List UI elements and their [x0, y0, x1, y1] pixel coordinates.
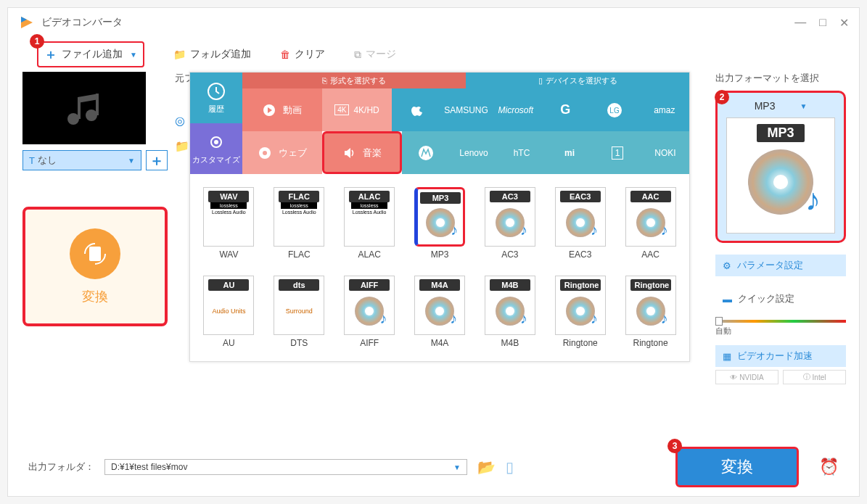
brand-microsoft[interactable]: Microsoft	[491, 88, 541, 131]
format-header-badge: ALAC	[349, 191, 390, 202]
add-file-button[interactable]: 1 ＋ ファイル追加 ▼	[37, 41, 144, 67]
convert-button-label: 変換	[721, 458, 753, 476]
history-tab[interactable]: 履歴	[190, 73, 242, 123]
brand-oneplus[interactable]: 1	[593, 131, 641, 174]
format-item-flac[interactable]: FLAClosslessLossless AudioFLAC	[269, 187, 329, 260]
schedule-button[interactable]: ⏰	[819, 458, 839, 476]
format-header-badge: WAV	[208, 191, 249, 202]
web-category[interactable]: ウェブ	[242, 131, 322, 174]
play-icon	[263, 104, 276, 117]
brand-htc[interactable]: hTC	[498, 131, 546, 174]
brand-lenovo[interactable]: Lenovo	[450, 131, 498, 174]
output-format-combo[interactable]: MP3 ▼	[723, 99, 838, 113]
camera-icon[interactable]: ◎	[175, 115, 185, 127]
quality-slider[interactable]: 自動	[715, 320, 846, 336]
format-item-ac3[interactable]: AC3♪AC3	[480, 187, 540, 260]
path-value: D:¥1¥test files¥mov	[111, 462, 451, 472]
brand-nokia[interactable]: NOKI	[641, 131, 689, 174]
output-folder-path[interactable]: D:¥1¥test files¥mov ▼	[104, 459, 467, 475]
svg-point-0	[67, 113, 79, 125]
parameter-settings-button[interactable]: ⚙ パラメータ設定	[715, 255, 846, 276]
format-item-eac3[interactable]: EAC3♪EAC3	[550, 187, 610, 260]
quick-settings-button[interactable]: ▬ クイック設定	[715, 288, 846, 310]
titlebar: ビデオコンバータ — □ ✕	[8, 8, 859, 37]
merge-button[interactable]: ⧉ マージ	[354, 48, 396, 61]
folder-icon[interactable]: 📁	[175, 140, 189, 152]
brand-apple[interactable]	[392, 88, 441, 131]
format-item-mp3[interactable]: MP3♪MP3	[410, 187, 470, 260]
chevron-down-icon: ▼	[128, 157, 135, 165]
music-placeholder-icon	[62, 86, 106, 130]
maximize-button[interactable]: □	[819, 16, 826, 30]
customize-tab[interactable]: カスタマイズ	[190, 123, 242, 174]
format-header-badge: MP3	[420, 192, 461, 204]
history-label: 履歴	[208, 104, 224, 115]
format-item-wav[interactable]: WAVlosslessLossless AudioWAV	[199, 187, 259, 260]
format-label: Ringtone	[633, 338, 668, 348]
format-label: Ringtone	[563, 338, 598, 348]
folder-plus-icon: 📁	[173, 49, 186, 60]
brand-lg[interactable]: LG	[590, 88, 639, 131]
chevron-down-icon[interactable]: ▼	[453, 463, 461, 471]
format-header-badge: AC3	[490, 191, 530, 202]
minimize-button[interactable]: —	[794, 16, 806, 30]
add-item-button[interactable]: ＋	[146, 150, 168, 170]
output-format-box[interactable]: 2 MP3 ▼ MP3 ♪	[715, 91, 846, 243]
add-folder-button[interactable]: 📁 フォルダ追加	[173, 48, 251, 61]
format-header-badge: M4B	[490, 279, 530, 291]
gear-icon	[207, 133, 226, 152]
device-header[interactable]: ▯デバイスを選択する	[466, 73, 689, 88]
format-item-aac[interactable]: AAC♪AAC	[620, 187, 681, 260]
brand-google[interactable]: G	[541, 88, 590, 131]
format-item-ringtone[interactable]: Ringtone♪Ringtone	[550, 276, 610, 348]
step-badge-1: 1	[30, 34, 44, 49]
open-folder-button[interactable]: 📂	[477, 458, 496, 476]
output-format-value: MP3	[755, 100, 776, 112]
format-header-badge: EAC3	[560, 191, 601, 202]
chrome-icon	[258, 146, 271, 160]
brand-xiaomi[interactable]: mi	[546, 131, 593, 174]
fourk-category[interactable]: 4K4K/HD	[322, 88, 392, 131]
note-icon: ♪	[520, 310, 527, 327]
convert-drop-zone[interactable]: 変換	[22, 207, 168, 326]
brand-samsung[interactable]: SAMSUNG	[441, 88, 490, 131]
format-item-aiff[interactable]: AIFF♪AIFF	[340, 276, 400, 348]
clear-button[interactable]: 🗑 クリア	[280, 48, 325, 61]
video-category[interactable]: 動画	[242, 88, 322, 131]
brand-motorola[interactable]	[402, 131, 450, 174]
svg-point-12	[263, 151, 267, 155]
format-item-dts[interactable]: dtsSurroundDTS	[269, 276, 329, 348]
gpu-accel-button[interactable]: ▦ ビデオカード加速	[715, 345, 846, 367]
toolbar: 1 ＋ ファイル追加 ▼ 📁 フォルダ追加 🗑 クリア ⧉ マージ	[8, 37, 859, 72]
format-label: EAC3	[569, 249, 591, 260]
format-item-m4b[interactable]: M4B♪M4B	[480, 276, 540, 348]
quick-icon: ▬	[723, 294, 732, 305]
fourk-icon: 4K	[334, 104, 349, 115]
disc-icon: ♪	[425, 297, 454, 326]
format-header-badge: AAC	[630, 191, 671, 202]
format-item-alac[interactable]: ALAClosslessLossless AudioALAC	[340, 187, 400, 260]
browse-button[interactable]: ▯	[506, 458, 514, 476]
format-picker: 履歴 カスタマイズ ⎘形式を選択する ▯デバイスを選択する	[189, 72, 690, 362]
close-button[interactable]: ✕	[839, 16, 849, 30]
format-label: AU	[223, 338, 235, 348]
chevron-down-icon[interactable]: ▼	[130, 51, 137, 59]
format-header-badge: AIFF	[349, 279, 390, 291]
svg-text:LG: LG	[610, 107, 620, 115]
format-item-au[interactable]: AUAudio UnitsAU	[199, 276, 259, 348]
step-badge-3: 3	[667, 439, 682, 453]
disc-icon: ♪	[636, 208, 665, 237]
brand-amazon[interactable]: amaz	[640, 88, 689, 131]
subtitle-combo[interactable]: T なし ▼	[22, 150, 141, 170]
disc-icon: ♪	[566, 208, 595, 237]
music-category[interactable]: 音楽	[322, 131, 402, 174]
format-header-badge: Ringtone	[560, 279, 601, 291]
note-icon: ♪	[379, 310, 387, 327]
format-item-ringtone[interactable]: Ringtone♪Ringtone	[620, 276, 681, 348]
combo-value: なし	[38, 154, 126, 167]
convert-button[interactable]: 3 変換	[675, 447, 799, 487]
disc-icon: ♪	[748, 149, 813, 215]
format-header[interactable]: ⎘形式を選択する	[242, 73, 466, 88]
format-item-m4a[interactable]: M4A♪M4A	[410, 276, 470, 348]
slider-auto-label: 自動	[715, 326, 846, 336]
